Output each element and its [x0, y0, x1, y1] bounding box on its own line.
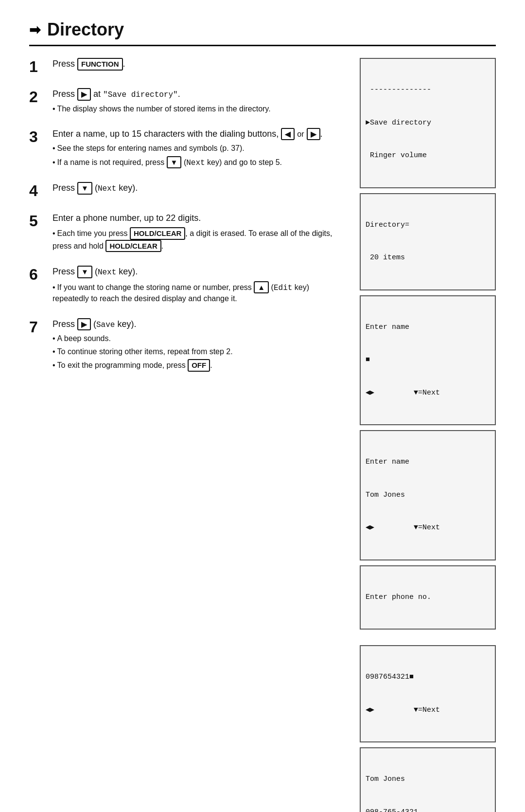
display-2-line1: Directory=	[366, 220, 490, 231]
display-1-line1: --------------	[366, 85, 490, 96]
step-content-6: Press ▼ (Next key). If you want to chang…	[52, 266, 345, 304]
step-content-7: Press ▶ (Save key). A beep sounds. To co…	[52, 318, 345, 372]
step-content-3: Enter a name, up to 15 characters with t…	[52, 128, 345, 168]
off-key-7: OFF	[188, 359, 210, 372]
display-7: Tom Jones 098-765-4321 ▲=Edit ▶=Save	[360, 747, 496, 812]
page-title: Directory	[47, 19, 124, 40]
step-1-main: Press FUNCTION.	[52, 58, 345, 71]
step-content-2: Press ▶ at "Save directory". The display…	[52, 88, 345, 114]
display-1: -------------- ►Save directory Ringer vo…	[360, 58, 496, 188]
step-content-1: Press FUNCTION.	[52, 58, 345, 73]
display-5-line1: Enter phone no.	[366, 592, 490, 603]
display-5: Enter phone no.	[360, 565, 496, 630]
step-1: 1 Press FUNCTION.	[29, 58, 345, 74]
step-7-main: Press ▶ (Save key).	[52, 318, 345, 331]
step-7: 7 Press ▶ (Save key). A beep sounds. To …	[29, 318, 345, 372]
step-6-bullet-1: If you want to change the storing name o…	[52, 281, 345, 305]
steps-column: 1 Press FUNCTION. 2 Press ▶ at "Save dir…	[29, 58, 345, 812]
step-2-main: Press ▶ at "Save directory".	[52, 88, 345, 101]
step-6: 6 Press ▼ (Next key). If you want to cha…	[29, 266, 345, 304]
step-7-bullet-1: A beep sounds.	[52, 333, 345, 344]
step-num-3: 3	[29, 128, 52, 144]
holdclear-key-5a: HOLD/CLEAR	[130, 227, 185, 240]
display-3-line3: ◀▶ ▼=Next	[366, 388, 490, 399]
step-num-7: 7	[29, 318, 52, 335]
display-7-line1: Tom Jones	[366, 774, 490, 785]
display-3: Enter name ■ ◀▶ ▼=Next	[360, 295, 496, 426]
display-spacer-5-6	[360, 634, 496, 640]
right-key-3: ▶	[307, 128, 320, 141]
arrow-right-icon: ➡	[29, 22, 40, 38]
down-key-4: ▼	[77, 182, 92, 195]
step-3-bullet-2: If a name is not required, press ▼ (Next…	[52, 156, 345, 169]
step-4-main: Press ▼ (Next key).	[52, 182, 345, 195]
right-key-7: ▶	[77, 318, 91, 331]
display-column: -------------- ►Save directory Ringer vo…	[360, 58, 496, 812]
display-3-line1: Enter name	[366, 322, 490, 333]
step-content-4: Press ▼ (Next key).	[52, 182, 345, 198]
step-3-main: Enter a name, up to 15 characters with t…	[52, 128, 345, 141]
step-content-5: Enter a phone number, up to 22 digits. E…	[52, 212, 345, 252]
display-4: Enter name Tom Jones ◀▶ ▼=Next	[360, 430, 496, 560]
step-num-5: 5	[29, 212, 52, 229]
step-4: 4 Press ▼ (Next key).	[29, 182, 345, 198]
title-divider	[29, 45, 496, 46]
display-2: Directory= 20 items	[360, 193, 496, 290]
display-1-line3: Ringer volume	[366, 150, 490, 162]
main-content: 1 Press FUNCTION. 2 Press ▶ at "Save dir…	[29, 58, 496, 812]
page-title-row: ➡ Directory	[29, 19, 496, 40]
step-5: 5 Enter a phone number, up to 22 digits.…	[29, 212, 345, 252]
display-1-line2: ►Save directory	[366, 118, 490, 129]
left-key-3: ◀	[281, 128, 295, 141]
display-3-line2: ■	[366, 355, 490, 366]
right-key-2: ▶	[77, 88, 91, 101]
step-2-bullet-1: The display shows the number of stored i…	[52, 104, 345, 114]
display-4-line2: Tom Jones	[366, 490, 490, 501]
function-key: FUNCTION	[77, 58, 123, 71]
up-key-6: ▲	[254, 281, 269, 294]
display-6-line1: 0987654321■	[366, 672, 490, 683]
holdclear-key-5b: HOLD/CLEAR	[105, 240, 161, 253]
display-6: 0987654321■ ◀▶ ▼=Next	[360, 645, 496, 742]
step-5-bullet-1: Each time you press HOLD/CLEAR, a digit …	[52, 227, 345, 252]
step-num-6: 6	[29, 266, 52, 282]
step-num-1: 1	[29, 58, 52, 74]
down-key-3: ▼	[167, 156, 182, 169]
display-4-line1: Enter name	[366, 457, 490, 468]
display-6-line2: ◀▶ ▼=Next	[366, 705, 490, 716]
display-4-line3: ◀▶ ▼=Next	[366, 523, 490, 534]
step-5-main: Enter a phone number, up to 22 digits.	[52, 212, 345, 224]
step-2: 2 Press ▶ at "Save directory". The displ…	[29, 88, 345, 114]
step-3: 3 Enter a name, up to 15 characters with…	[29, 128, 345, 168]
display-7-line2: 098-765-4321	[366, 807, 490, 812]
down-key-6: ▼	[77, 266, 92, 278]
display-2-line2: 20 items	[366, 253, 490, 264]
step-6-main: Press ▼ (Next key).	[52, 266, 345, 278]
step-num-2: 2	[29, 88, 52, 105]
step-3-bullet-1: See the steps for entering names and sym…	[52, 143, 345, 154]
step-7-bullet-2: To continue storing other items, repeat …	[52, 346, 345, 357]
step-num-4: 4	[29, 182, 52, 198]
step-7-bullet-3: To exit the programming mode, press OFF.	[52, 359, 345, 372]
